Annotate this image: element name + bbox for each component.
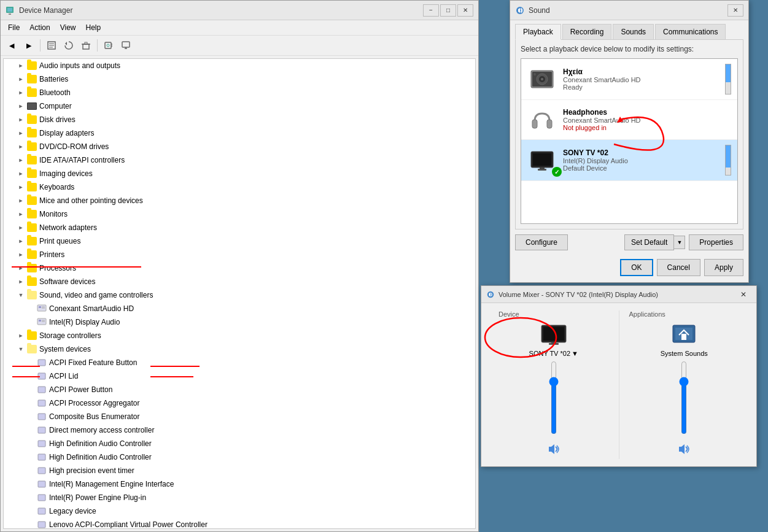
set-default-button[interactable]: Set Default xyxy=(624,234,674,250)
device-icon-hda1 xyxy=(37,439,47,449)
playback-item-headphones[interactable]: Headphones Conexant SmartAudio HD Not pl… xyxy=(521,100,737,140)
tree-item-acpi-lid[interactable]: ACPI Lid xyxy=(4,369,475,383)
mixer-device-mute[interactable] xyxy=(544,439,564,459)
tree-item-acpi-fixed[interactable]: ACPI Fixed Feature Button xyxy=(4,356,475,369)
expander-printq[interactable]: ► xyxy=(16,236,26,246)
tree-item-power-plugin[interactable]: Intel(R) Power Engine Plug-in xyxy=(4,491,475,504)
tree-item-hpet[interactable]: High precision event timer xyxy=(4,464,475,477)
tree-item-composite[interactable]: Composite Bus Enumerator xyxy=(4,410,475,423)
set-default-container: Set Default ▼ xyxy=(624,234,685,250)
tree-item-hda2[interactable]: High Definition Audio Controller xyxy=(4,450,475,464)
expander-software[interactable]: ► xyxy=(16,277,26,287)
close-button[interactable]: ✕ xyxy=(457,4,473,17)
tab-recording[interactable]: Recording xyxy=(562,24,612,39)
minimize-button[interactable]: − xyxy=(423,4,439,17)
expander-imaging[interactable]: ► xyxy=(16,169,26,179)
tree-item-mgt[interactable]: Intel(R) Management Engine Interface xyxy=(4,477,475,491)
expander-sound[interactable]: ▼ xyxy=(16,290,26,300)
tree-item-intel-display[interactable]: Intel(R) Display Audio xyxy=(4,315,475,329)
toolbar-update[interactable] xyxy=(61,38,76,53)
tree-item-imaging[interactable]: ► Imaging devices xyxy=(4,167,475,180)
expander-display[interactable]: ► xyxy=(16,128,26,138)
tree-item-disk[interactable]: ► Disk drives xyxy=(4,113,475,126)
tree-item-dvd[interactable]: ► DVD/CD-ROM drives xyxy=(4,140,475,153)
toolbar-scan[interactable] xyxy=(101,38,116,53)
sony-tv-info: SONY TV *02 Intel(R) Display Audio Defau… xyxy=(563,148,723,172)
expander-dvd[interactable]: ► xyxy=(16,142,26,152)
expander-disk[interactable]: ► xyxy=(16,115,26,125)
tree-item-mice[interactable]: ► Mice and other pointing devices xyxy=(4,194,475,207)
expander-audio[interactable]: ► xyxy=(16,61,26,71)
playback-item-sony-tv[interactable]: SONY TV *02 Intel(R) Display Audio Defau… xyxy=(521,140,737,181)
folder-icon-ide xyxy=(27,155,37,165)
tree-item-storage[interactable]: ► Storage controllers xyxy=(4,329,475,342)
toolbar-properties[interactable] xyxy=(44,38,59,53)
device-tree[interactable]: ► Audio inputs and outputs ► Batteries ►… xyxy=(3,58,476,529)
tree-item-keyboards[interactable]: ► Keyboards xyxy=(4,180,475,194)
playback-item-speakers[interactable]: Ηχεία Conexant SmartAudio HD Ready xyxy=(521,59,737,100)
menu-view[interactable]: View xyxy=(55,21,81,34)
expander-mice[interactable]: ► xyxy=(16,196,26,206)
maximize-button[interactable]: □ xyxy=(440,4,456,17)
expander-batteries[interactable]: ► xyxy=(16,74,26,84)
toolbar-uninstall[interactable] xyxy=(79,38,93,53)
expander-monitors[interactable]: ► xyxy=(16,209,26,219)
mixer-close-button[interactable]: ✕ xyxy=(735,288,751,301)
tree-item-hda1[interactable]: High Definition Audio Controller xyxy=(4,437,475,450)
toolbar-back[interactable]: ◀ xyxy=(4,38,19,53)
tree-item-network[interactable]: ► Network adapters xyxy=(4,221,475,234)
properties-button[interactable]: Properties xyxy=(689,234,743,250)
cancel-button[interactable]: Cancel xyxy=(657,259,700,276)
set-default-arrow-button[interactable]: ▼ xyxy=(674,236,685,249)
tree-item-sound[interactable]: ▼ Sound, video and game controllers xyxy=(4,288,475,302)
tab-playback[interactable]: Playback xyxy=(515,24,561,40)
tree-item-acpi-power[interactable]: ACPI Power Button xyxy=(4,383,475,396)
ok-button[interactable]: OK xyxy=(620,259,653,276)
svg-rect-33 xyxy=(38,454,45,460)
apply-button[interactable]: Apply xyxy=(704,259,743,276)
expander-network[interactable]: ► xyxy=(16,223,26,233)
expander-printers[interactable]: ► xyxy=(16,250,26,260)
tree-item-display[interactable]: ► Display adapters xyxy=(4,126,475,140)
mixer-apps-mute[interactable] xyxy=(674,439,694,459)
tree-item-printers[interactable]: ► Printers xyxy=(4,248,475,261)
menu-help[interactable]: Help xyxy=(81,21,106,34)
tree-item-audio[interactable]: ► Audio inputs and outputs xyxy=(4,59,475,72)
expander-bluetooth[interactable]: ► xyxy=(16,88,26,98)
tree-item-dma[interactable]: Direct memory access controller xyxy=(4,423,475,437)
tree-item-lenovo-acpi[interactable]: Lenovo ACPI-Compliant Virtual Power Cont… xyxy=(4,518,475,529)
tree-item-bluetooth[interactable]: ► Bluetooth xyxy=(4,86,475,99)
toolbar-forward[interactable]: ▶ xyxy=(21,38,36,53)
tab-communications[interactable]: Communications xyxy=(655,24,726,39)
toolbar-display[interactable] xyxy=(118,38,133,53)
expander-system[interactable]: ▼ xyxy=(16,344,26,354)
menu-file[interactable]: File xyxy=(3,21,25,34)
folder-icon-sound xyxy=(27,290,37,300)
expander-ide[interactable]: ► xyxy=(16,155,26,165)
tree-item-printq[interactable]: ► Print queues xyxy=(4,234,475,248)
tree-item-monitors[interactable]: ► Monitors xyxy=(4,207,475,221)
sound-dialog-close[interactable]: ✕ xyxy=(727,4,743,17)
tree-item-system[interactable]: ▼ System devices xyxy=(4,342,475,356)
tree-item-batteries[interactable]: ► Batteries xyxy=(4,72,475,86)
menu-action[interactable]: Action xyxy=(25,21,55,34)
tree-item-computer[interactable]: ► Computer xyxy=(4,99,475,113)
tab-sounds[interactable]: Sounds xyxy=(613,24,654,39)
tree-item-legacy[interactable]: Legacy device xyxy=(4,504,475,518)
tree-item-software[interactable]: ► Software devices xyxy=(4,275,475,288)
tree-item-processors[interactable]: ► Processors xyxy=(4,261,475,275)
mixer-device-dropdown-arrow[interactable]: ▼ xyxy=(572,350,578,357)
expander-processors[interactable]: ► xyxy=(16,263,26,273)
expander-computer[interactable]: ► xyxy=(16,101,26,111)
sony-tv-name: SONY TV *02 xyxy=(563,148,723,157)
expander-storage[interactable]: ► xyxy=(16,331,26,341)
mixer-device-slider[interactable] xyxy=(546,361,561,434)
mixer-apps-slider[interactable] xyxy=(677,361,691,434)
tree-item-conexant[interactable]: Conexant SmartAudio HD xyxy=(4,302,475,315)
expander-keyboards[interactable]: ► xyxy=(16,182,26,192)
folder-icon-batteries xyxy=(27,74,37,84)
folder-icon-software xyxy=(27,277,37,287)
tree-item-acpi-proc[interactable]: ACPI Processor Aggregator xyxy=(4,396,475,410)
tree-item-ide[interactable]: ► IDE ATA/ATAPI controllers xyxy=(4,153,475,167)
configure-button[interactable]: Configure xyxy=(515,234,568,250)
